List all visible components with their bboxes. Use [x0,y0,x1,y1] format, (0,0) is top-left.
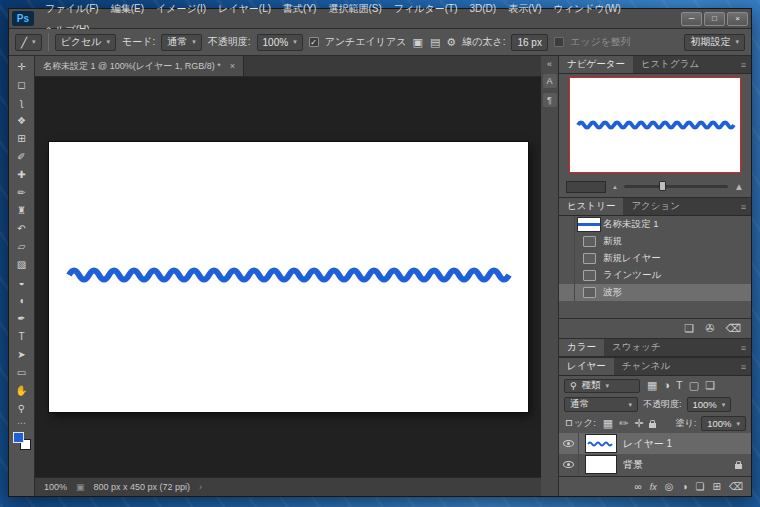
quick-selection-tool-button[interactable]: ❖ [11,111,33,129]
path-alignment-icon[interactable]: ▤ [430,37,440,48]
maximize-button[interactable]: □ [704,12,725,26]
panel-tab[interactable]: チャンネル [614,358,679,375]
panel-tab[interactable]: ヒストグラム [633,56,707,73]
layer-filter-select[interactable]: ⚲ 種類 ▾ [564,379,640,393]
history-check-cell[interactable] [559,233,575,250]
history-item[interactable]: 新規レイヤー [559,250,751,267]
panel-tab[interactable]: レイヤー [559,358,614,375]
menu-item[interactable]: 選択範囲(S) [322,3,387,14]
panel-menu-icon[interactable]: ≡ [741,358,751,375]
paragraph-panel-icon[interactable]: ¶ [543,93,557,107]
new-group-icon[interactable]: ❏ [696,482,705,492]
history-item[interactable]: ラインツール [559,267,751,284]
panel-menu-icon[interactable]: ≡ [741,339,751,356]
shape-tool-button[interactable]: ▭ [11,363,33,381]
history-check-cell[interactable] [559,267,575,284]
path-operations-icon[interactable]: ▣ [413,37,423,48]
gradient-tool-button[interactable]: ▨ [11,255,33,273]
type-filter-icon[interactable]: T [676,380,683,391]
fill-select[interactable]: 100% ▾ [701,416,746,431]
menu-item[interactable]: 3D(D) [463,3,502,14]
new-snapshot-icon[interactable]: ✇ [705,323,714,334]
menu-item[interactable]: イメージ(I) [150,3,212,14]
lock-paint-icon[interactable]: ✏ [619,418,628,429]
history-check-cell[interactable] [559,250,575,267]
menu-item[interactable]: 編集(E) [105,3,150,14]
geometry-options-gear-icon[interactable]: ⚙ [446,37,456,48]
pasteboard[interactable] [35,77,541,477]
close-button[interactable]: × [727,12,748,26]
history-item[interactable]: 新規 [559,233,751,250]
edit-toolbar-icon[interactable]: ⋯ [17,418,26,428]
blend-mode-select[interactable]: 通常 ▾ [161,34,202,51]
foreground-color-swatch[interactable] [13,432,24,443]
panel-tab[interactable]: ナビゲーター [559,56,633,73]
document-tab[interactable]: 名称未設定 1 @ 100%(レイヤー 1, RGB/8) * × [35,56,244,76]
eye-icon[interactable] [563,440,574,447]
menu-item[interactable]: ウィンドウ(W) [548,3,627,14]
blur-tool-button[interactable]: ◒ [11,273,33,291]
add-mask-icon[interactable]: ◎ [665,482,674,492]
hand-tool-button[interactable]: ✋ [11,381,33,399]
menu-item[interactable]: 表示(V) [502,3,547,14]
history-item[interactable]: 名称未設定 1 [559,216,751,233]
layer-row[interactable]: 背景 [559,454,751,475]
stroke-weight-input[interactable]: 16 px [511,34,547,51]
workspace-select[interactable]: 初期設定 ▾ [684,34,745,51]
character-panel-icon[interactable]: A [543,74,557,88]
path-selection-tool-button[interactable]: ➤ [11,345,33,363]
new-document-from-state-icon[interactable]: ❏ [684,323,694,334]
panel-menu-icon[interactable]: ≡ [741,56,751,73]
layer-row[interactable]: レイヤー 1 [559,433,751,454]
canvas[interactable] [49,142,528,412]
smart-object-filter-icon[interactable]: ❏ [705,380,715,391]
zoom-out-icon[interactable]: ▲ [612,184,618,190]
align-edges-checkbox[interactable] [554,37,564,47]
layer-style-icon[interactable]: fx [650,482,657,492]
panel-tab[interactable]: ヒストリー [559,198,623,215]
new-layer-icon[interactable]: ⊞ [712,482,720,492]
lasso-tool-button[interactable]: ʅ [11,93,33,111]
lock-all-icon[interactable] [649,423,656,428]
eye-icon[interactable] [563,461,574,468]
healing-brush-tool-button[interactable]: ✚ [11,165,33,183]
panel-tab[interactable]: スウォッチ [604,339,669,356]
color-swatches[interactable] [13,432,31,450]
link-layers-icon[interactable]: ∞ [635,482,642,492]
fill-mode-select[interactable]: ピクセル ▾ [55,34,116,51]
zoom-level-field[interactable]: 100% [44,482,67,492]
panel-tab[interactable]: アクション [623,198,688,215]
crop-tool-button[interactable]: ⊞ [11,129,33,147]
marquee-tool-button[interactable]: ◻ [11,75,33,93]
delete-layer-icon[interactable]: ⌫ [729,482,743,492]
eyedropper-tool-button[interactable]: ✐ [11,147,33,165]
panel-menu-icon[interactable]: ≡ [741,198,751,215]
history-check-cell[interactable] [559,284,575,301]
eraser-tool-button[interactable]: ▱ [11,237,33,255]
navigator-proxy-view[interactable] [569,77,741,173]
zoom-tool-button[interactable]: ⚲ [11,399,33,417]
status-options-chevron-icon[interactable]: › [199,482,202,492]
lock-move-icon[interactable]: ✛ [634,418,643,429]
dodge-tool-button[interactable]: ◖ [11,291,33,309]
pixel-filter-icon[interactable]: ▦ [647,380,657,391]
visibility-cell[interactable] [559,454,579,475]
zoom-slider-thumb[interactable] [659,181,666,191]
close-document-icon[interactable]: × [230,61,235,71]
opacity-select[interactable]: 100% ▾ [257,34,303,51]
lock-transparency-icon[interactable]: ▦ [603,418,613,429]
adjustment-layer-icon[interactable]: ◑ [681,482,687,492]
panel-tab[interactable]: カラー [559,339,604,356]
pen-tool-button[interactable]: ✒ [11,309,33,327]
navigator-zoom-field[interactable] [566,181,606,193]
tool-preset-picker[interactable]: ╱ ▾ [15,34,42,51]
history-brush-tool-button[interactable]: ↶ [11,219,33,237]
expand-panels-icon[interactable]: « [547,59,552,69]
menu-item[interactable]: 書式(Y) [277,3,322,14]
layer-opacity-select[interactable]: 100% ▾ [687,397,732,412]
menu-item[interactable]: ファイル(F) [39,3,105,14]
antialias-checkbox[interactable]: ✓ [309,37,319,47]
type-tool-button[interactable]: T [11,327,33,345]
zoom-in-icon[interactable]: ▲ [734,181,744,192]
delete-state-icon[interactable]: ⌫ [725,323,741,334]
